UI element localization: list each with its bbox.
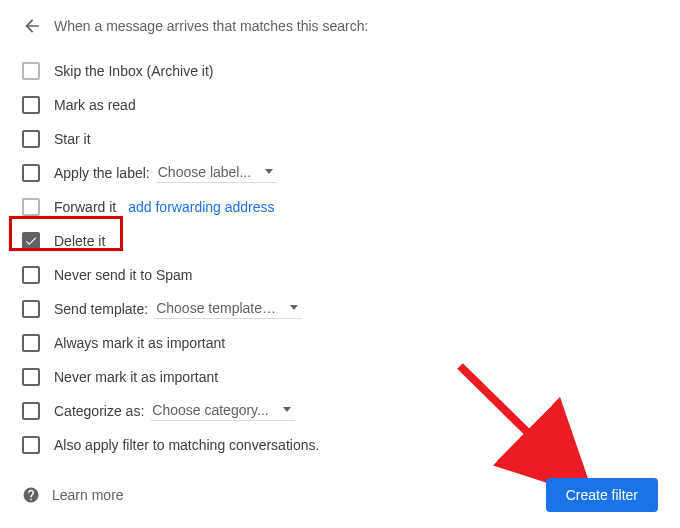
checkbox-delete[interactable]: [22, 232, 40, 250]
learn-more-label: Learn more: [52, 487, 124, 503]
option-archive: Skip the Inbox (Archive it): [22, 54, 658, 88]
checkbox-categorize[interactable]: [22, 402, 40, 420]
option-never-important: Never mark it as important: [22, 360, 658, 394]
option-label: Never mark it as important: [54, 369, 218, 385]
add-forwarding-link[interactable]: add forwarding address: [128, 199, 274, 215]
template-select-value: Choose template…: [156, 300, 276, 316]
option-label: Forward it: [54, 199, 116, 215]
checkbox-archive[interactable]: [22, 62, 40, 80]
checkbox-send-template[interactable]: [22, 300, 40, 318]
option-label: Star it: [54, 131, 91, 147]
learn-more[interactable]: Learn more: [22, 486, 124, 504]
option-label: Skip the Inbox (Archive it): [54, 63, 214, 79]
label-select[interactable]: Choose label...: [156, 164, 277, 183]
option-star: Star it: [22, 122, 658, 156]
filter-header: When a message arrives that matches this…: [22, 16, 658, 36]
option-delete: Delete it: [22, 224, 658, 258]
option-label: Apply the label:: [54, 165, 150, 181]
option-label: Send template:: [54, 301, 148, 317]
checkbox-star[interactable]: [22, 130, 40, 148]
option-always-important: Always mark it as important: [22, 326, 658, 360]
template-select[interactable]: Choose template…: [154, 300, 302, 319]
category-select-value: Choose category...: [152, 402, 268, 418]
checkbox-forward[interactable]: [22, 198, 40, 216]
option-apply-label: Apply the label: Choose label...: [22, 156, 658, 190]
label-select-value: Choose label...: [158, 164, 251, 180]
category-select[interactable]: Choose category...: [150, 402, 294, 421]
option-categorize: Categorize as: Choose category...: [22, 394, 658, 428]
checkbox-mark-read[interactable]: [22, 96, 40, 114]
option-label: Delete it: [54, 233, 105, 249]
chevron-down-icon: [265, 169, 273, 174]
option-never-spam: Never send it to Spam: [22, 258, 658, 292]
create-filter-button[interactable]: Create filter: [546, 478, 658, 512]
chevron-down-icon: [283, 407, 291, 412]
checkbox-also-apply[interactable]: [22, 436, 40, 454]
option-label: Mark as read: [54, 97, 136, 113]
option-label: Categorize as:: [54, 403, 144, 419]
checkbox-never-important[interactable]: [22, 368, 40, 386]
help-icon: [22, 486, 40, 504]
checkbox-always-important[interactable]: [22, 334, 40, 352]
header-title: When a message arrives that matches this…: [54, 18, 368, 34]
checkbox-apply-label[interactable]: [22, 164, 40, 182]
option-forward: Forward it add forwarding address: [22, 190, 658, 224]
option-send-template: Send template: Choose template…: [22, 292, 658, 326]
option-label: Also apply filter to matching conversati…: [54, 437, 319, 453]
option-also-apply: Also apply filter to matching conversati…: [22, 428, 658, 462]
option-label: Never send it to Spam: [54, 267, 193, 283]
option-mark-read: Mark as read: [22, 88, 658, 122]
chevron-down-icon: [290, 305, 298, 310]
checkbox-never-spam[interactable]: [22, 266, 40, 284]
option-label: Always mark it as important: [54, 335, 225, 351]
back-arrow-icon[interactable]: [22, 16, 42, 36]
